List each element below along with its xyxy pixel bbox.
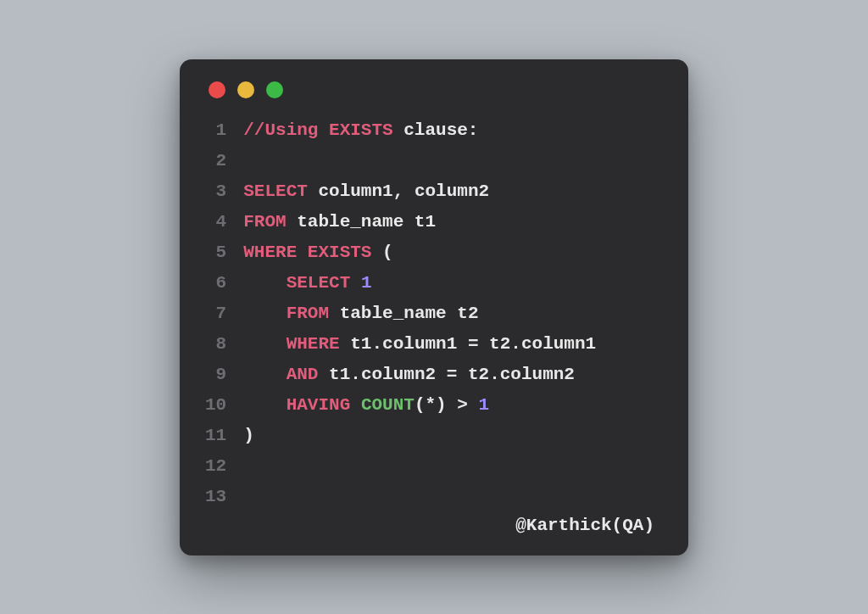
token-func: COUNT — [361, 395, 415, 415]
line-number: 9 — [205, 360, 226, 390]
token-kw: FROM — [287, 304, 329, 323]
token-punct: ) — [243, 426, 254, 445]
token-plain — [243, 304, 286, 323]
token-plain: column1 — [308, 181, 393, 201]
token-kw: AND — [287, 365, 319, 384]
line-number: 3 — [205, 176, 226, 207]
line-number: 5 — [205, 237, 226, 268]
token-op: > — [457, 395, 468, 415]
code-window: 12345678910111213 //Using EXISTS clause:… — [180, 59, 688, 555]
token-punct: ( — [371, 243, 392, 262]
token-plain — [447, 395, 458, 415]
line-number-gutter: 12345678910111213 — [205, 115, 243, 512]
code-line — [243, 451, 663, 482]
line-number: 13 — [205, 482, 226, 512]
token-plain: column2 — [403, 181, 489, 201]
token-plain: column2 — [500, 365, 575, 384]
token-kw: SELECT — [243, 181, 308, 201]
token-op: = — [468, 334, 479, 354]
line-number: 10 — [205, 390, 226, 421]
token-plain: t2 — [479, 334, 511, 354]
token-op: * — [426, 395, 437, 415]
token-num: 1 — [479, 395, 490, 415]
line-number: 4 — [205, 207, 226, 237]
line-number: 11 — [205, 421, 226, 451]
minimize-icon[interactable] — [237, 81, 254, 98]
token-plain — [350, 273, 361, 293]
token-plain — [243, 273, 286, 293]
token-plain — [350, 395, 361, 415]
token-kw: SELECT — [287, 273, 351, 293]
token-plain — [468, 395, 479, 415]
line-number: 7 — [205, 299, 226, 329]
code-line: FROM table_name t2 — [243, 299, 663, 329]
token-num: 1 — [361, 273, 372, 293]
line-number: 12 — [205, 451, 226, 482]
token-punct: ( — [415, 395, 426, 415]
code-line: WHERE t1.column1 = t2.column1 — [243, 329, 663, 360]
line-number: 1 — [205, 115, 226, 146]
code-line — [243, 482, 663, 512]
line-number: 8 — [205, 329, 226, 360]
token-punct: , — [393, 181, 404, 201]
token-punct: ) — [436, 395, 447, 415]
close-icon[interactable] — [209, 81, 225, 98]
token-plain — [243, 334, 286, 354]
token-kw: WHERE EXISTS — [243, 243, 371, 262]
code-line: SELECT 1 — [243, 268, 663, 299]
code-area: 12345678910111213 //Using EXISTS clause:… — [205, 115, 663, 512]
token-plain: t1 — [318, 365, 350, 384]
line-number: 6 — [205, 268, 226, 299]
code-line: AND t1.column2 = t2.column2 — [243, 360, 663, 390]
code-line: HAVING COUNT(*) > 1 — [243, 390, 663, 421]
token-comment: //Using EXISTS — [243, 120, 392, 140]
token-punct: . — [371, 334, 382, 354]
maximize-icon[interactable] — [266, 81, 283, 98]
token-plain: column1 — [521, 334, 596, 354]
line-number: 2 — [205, 146, 226, 176]
code-lines: //Using EXISTS clause: SELECT column1, c… — [243, 115, 663, 512]
token-plain: table_name t1 — [287, 212, 436, 232]
code-line: FROM table_name t1 — [243, 207, 663, 237]
traffic-lights — [205, 81, 663, 98]
token-plain: t2 — [457, 365, 489, 384]
token-plain: table_name t2 — [329, 304, 478, 323]
token-plain: clause: — [393, 120, 479, 140]
code-line: SELECT column1, column2 — [243, 176, 663, 207]
token-punct: . — [489, 365, 500, 384]
token-plain: column2 — [361, 365, 447, 384]
token-punct: . — [510, 334, 521, 354]
token-plain: column1 — [382, 334, 468, 354]
token-plain — [243, 395, 286, 415]
token-punct: . — [350, 365, 361, 384]
token-op: = — [447, 365, 458, 384]
code-line — [243, 146, 663, 176]
code-line: ) — [243, 421, 663, 451]
author-credit: @Karthick(QA) — [205, 516, 663, 535]
token-kw: FROM — [243, 212, 286, 232]
token-plain — [243, 365, 286, 384]
token-kw: HAVING — [287, 395, 351, 415]
token-plain: t1 — [340, 334, 372, 354]
code-line: //Using EXISTS clause: — [243, 115, 663, 146]
token-kw: WHERE — [287, 334, 340, 354]
code-line: WHERE EXISTS ( — [243, 237, 663, 268]
